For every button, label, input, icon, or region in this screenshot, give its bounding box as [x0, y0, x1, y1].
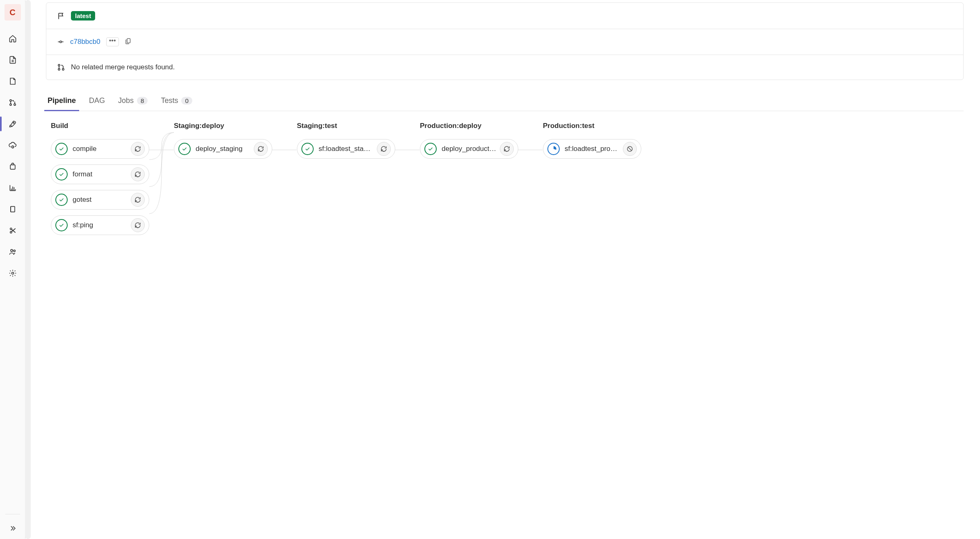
job-name: sf:loadtest_sta…: [319, 145, 377, 153]
commit-row: c78bbcb0 •••: [46, 29, 963, 55]
svg-point-2: [14, 104, 15, 105]
project-avatar[interactable]: C: [5, 4, 21, 21]
status-success-icon: [55, 194, 68, 206]
sidebar-item-cicd[interactable]: [4, 115, 22, 133]
merge-requests-row: No related merge requests found.: [46, 55, 963, 80]
retry-icon: [134, 196, 141, 203]
retry-button[interactable]: [131, 167, 145, 181]
sidebar-item-merge-requests[interactable]: [4, 94, 22, 112]
pipeline-flags-row: latest: [46, 3, 963, 29]
job-name: deploy_staging: [196, 145, 254, 153]
job-name: deploy_product…: [442, 145, 500, 153]
svg-point-0: [9, 100, 11, 101]
svg-point-16: [62, 69, 64, 70]
job-name: compile: [73, 145, 131, 153]
connector: [272, 150, 296, 150]
stage-staging-deploy: Staging:deploy deploy_staging: [174, 122, 272, 164]
issue-icon: [9, 77, 17, 85]
gear-icon: [9, 269, 17, 277]
retry-icon: [380, 145, 387, 153]
job-name: gotest: [73, 196, 131, 204]
tab-tests[interactable]: Tests0: [160, 92, 193, 111]
sidebar-item-packages[interactable]: [4, 158, 22, 176]
stage-build: Build compile format: [51, 122, 149, 241]
book-icon: [9, 205, 17, 213]
sidebar-item-repo[interactable]: [4, 51, 22, 69]
commit-icon: [57, 38, 64, 46]
chart-icon: [9, 184, 17, 192]
tab-jobs[interactable]: Jobs8: [117, 92, 148, 111]
sidebar-item-members[interactable]: [4, 243, 22, 261]
stage-connector-curves: [149, 122, 174, 233]
chevron-double-right-icon: [9, 524, 17, 532]
stage-title: Production:test: [543, 122, 641, 130]
sidebar-item-settings[interactable]: [4, 264, 22, 282]
scissors-icon: [9, 226, 17, 235]
job-compile[interactable]: compile: [51, 139, 149, 159]
svg-rect-13: [127, 39, 130, 43]
svg-point-10: [14, 250, 15, 251]
svg-rect-6: [11, 206, 15, 212]
merge-request-icon: [9, 98, 17, 107]
sidebar-collapse[interactable]: [4, 519, 22, 537]
sidebar: C: [0, 0, 25, 539]
stage-title: Production:deploy: [420, 122, 518, 130]
status-running-icon: [547, 143, 560, 155]
cancel-icon: [626, 145, 634, 153]
merge-request-icon: [57, 63, 65, 71]
retry-button[interactable]: [131, 218, 145, 232]
svg-point-12: [60, 41, 62, 43]
commit-sha-link[interactable]: c78bbcb0: [70, 38, 100, 46]
sidebar-item-analytics[interactable]: [4, 179, 22, 197]
status-success-icon: [55, 219, 68, 231]
status-success-icon: [424, 143, 437, 155]
status-success-icon: [178, 143, 191, 155]
svg-point-3: [13, 122, 14, 123]
main-content: latest c78bbcb0 ••• No related merge req…: [25, 0, 980, 539]
copy-sha-button[interactable]: [125, 37, 132, 46]
cancel-button[interactable]: [623, 142, 637, 156]
stage-title: Staging:test: [297, 122, 395, 130]
sidebar-item-wiki[interactable]: [4, 200, 22, 218]
sidebar-item-snippets[interactable]: [4, 222, 22, 240]
connector: [395, 150, 419, 150]
commit-expand-button[interactable]: •••: [106, 37, 119, 46]
cloud-gear-icon: [9, 141, 17, 149]
package-icon: [9, 162, 17, 171]
retry-button[interactable]: [131, 193, 145, 207]
sidebar-divider: [5, 514, 20, 514]
tab-pipeline[interactable]: Pipeline: [47, 92, 77, 111]
stage-production-test: Production:test sf:loadtest_pro…: [543, 122, 641, 164]
svg-point-11: [11, 272, 14, 274]
job-deploy-production[interactable]: deploy_product…: [420, 139, 518, 159]
stage-title: Staging:deploy: [174, 122, 272, 130]
retry-icon: [257, 145, 264, 153]
retry-button[interactable]: [500, 142, 514, 156]
home-icon: [9, 34, 17, 43]
job-gotest[interactable]: gotest: [51, 190, 149, 210]
job-name: sf:ping: [73, 221, 131, 229]
latest-badge: latest: [71, 11, 95, 21]
job-sfping[interactable]: sf:ping: [51, 215, 149, 235]
sidebar-item-issues[interactable]: [4, 72, 22, 90]
retry-button[interactable]: [254, 142, 268, 156]
flag-icon: [57, 12, 65, 20]
tab-dag[interactable]: DAG: [88, 92, 106, 111]
members-icon: [9, 248, 17, 256]
svg-point-14: [58, 64, 60, 66]
retry-icon: [134, 171, 141, 178]
retry-button[interactable]: [377, 142, 391, 156]
job-deploy-staging[interactable]: deploy_staging: [174, 139, 272, 159]
svg-point-9: [11, 249, 13, 251]
sidebar-item-home[interactable]: [4, 30, 22, 48]
job-format[interactable]: format: [51, 164, 149, 184]
job-sf-loadtest-staging[interactable]: sf:loadtest_sta…: [297, 139, 395, 159]
job-sf-loadtest-production[interactable]: sf:loadtest_pro…: [543, 139, 641, 159]
file-icon: [9, 56, 17, 64]
retry-button[interactable]: [131, 142, 145, 156]
status-success-icon: [55, 143, 68, 155]
pipeline-graph: Build compile format: [46, 111, 964, 241]
stage-staging-test: Staging:test sf:loadtest_sta…: [297, 122, 395, 164]
retry-icon: [503, 145, 511, 153]
sidebar-item-deployments[interactable]: [4, 136, 22, 154]
